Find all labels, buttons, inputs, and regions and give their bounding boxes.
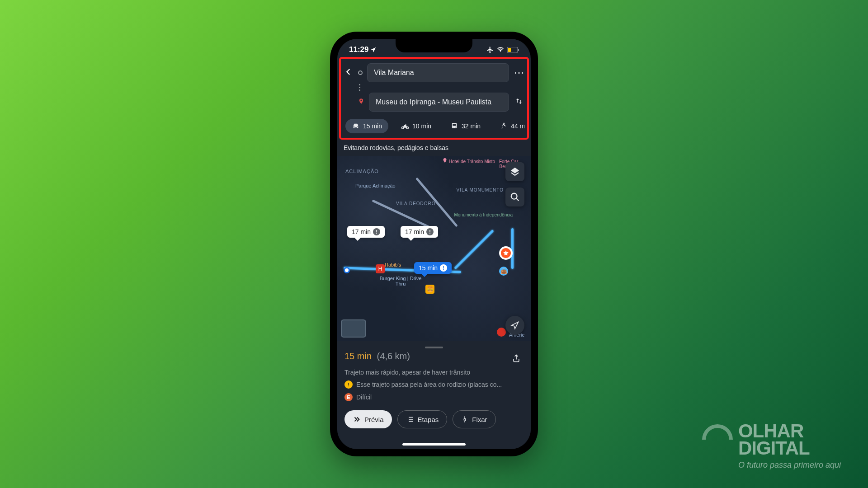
- navigation-icon: [510, 321, 519, 330]
- route-warning-rodizio: ! Esse trajeto passa pela área do rodízi…: [344, 380, 524, 389]
- battery-icon: [507, 47, 519, 53]
- swap-button[interactable]: [514, 97, 524, 107]
- map-area-label: VILA DEODORO: [396, 201, 436, 206]
- warning-icon: !: [426, 228, 434, 235]
- mode-car-time: 15 min: [363, 122, 382, 130]
- route-summary-panel[interactable]: 15 min (4,6 km) Trajeto mais rápido, ape…: [337, 341, 531, 437]
- svg-rect-8: [453, 124, 456, 126]
- chevrons-icon: [353, 415, 361, 423]
- share-button[interactable]: [509, 351, 524, 367]
- map-poi-label: Parque Aclimação: [355, 183, 396, 188]
- route-time-bubble[interactable]: 17 min !: [347, 226, 385, 238]
- wifi-icon: [496, 47, 505, 53]
- svg-point-10: [511, 193, 517, 199]
- motorcycle-icon: [401, 122, 409, 130]
- brand-circle-icon: [696, 418, 739, 461]
- origin-marker-icon: [358, 70, 363, 75]
- parking-badge-icon: E: [344, 393, 353, 401]
- route-description: Trajeto mais rápido, apesar de haver trâ…: [344, 369, 524, 376]
- watermark: OLHAR DIGITAL O futuro passa primeiro aq…: [702, 422, 841, 470]
- poi-shop-icon[interactable]: 👜: [499, 267, 508, 276]
- back-button[interactable]: [344, 67, 354, 79]
- transport-mode-tabs: 15 min 10 min 32 min 44 m: [344, 114, 524, 135]
- search-icon: [510, 192, 520, 202]
- streetview-thumbnail[interactable]: [341, 319, 366, 338]
- origin-marker: [344, 267, 350, 273]
- car-icon: [352, 122, 360, 130]
- route-time-distance: 15 min (4,6 km): [344, 351, 410, 361]
- share-icon: [512, 354, 521, 363]
- preview-button[interactable]: Prévia: [344, 410, 392, 428]
- phone-frame: 11:29 Vila Mariana ⋯: [330, 32, 538, 456]
- mode-transit[interactable]: 32 min: [444, 119, 487, 133]
- route-parking-difficulty: E Difícil: [344, 393, 524, 401]
- origin-input[interactable]: Vila Mariana: [367, 63, 509, 82]
- location-arrow-icon: [370, 47, 377, 53]
- destination-input[interactable]: Museu do Ipiranga - Museu Paulista: [369, 93, 509, 112]
- pin-icon: [461, 416, 468, 423]
- layers-icon: [510, 167, 520, 177]
- route-time-bubble-primary[interactable]: 15 min !: [414, 262, 452, 274]
- layers-button[interactable]: [505, 162, 524, 181]
- svg-point-9: [503, 123, 505, 124]
- mode-motorcycle[interactable]: 10 min: [395, 119, 438, 133]
- svg-point-6: [453, 127, 453, 128]
- status-time: 11:29: [349, 45, 368, 54]
- phone-screen: 11:29 Vila Mariana ⋯: [337, 39, 531, 449]
- mode-walk[interactable]: 44 m: [493, 119, 524, 133]
- poi-store-icon[interactable]: [497, 328, 506, 337]
- airplane-icon: [486, 46, 494, 53]
- route-connector-icon: [358, 84, 361, 91]
- steps-button[interactable]: Etapas: [397, 410, 448, 428]
- mode-walk-time: 44 m: [511, 122, 524, 130]
- map[interactable]: ACLIMAÇÃO VILA MONUMENTO VILA DEODORO Pa…: [337, 156, 531, 341]
- list-icon: [406, 415, 414, 423]
- poi-habibs-icon[interactable]: H: [376, 264, 385, 273]
- map-area-label: ACLIMAÇÃO: [345, 169, 379, 174]
- transit-icon: [450, 122, 458, 130]
- avoiding-text: Evitando rodovias, pedágios e balsas: [337, 140, 531, 156]
- svg-point-7: [455, 127, 456, 128]
- map-poi-label: Habib's: [385, 262, 401, 267]
- warning-badge-icon: !: [344, 380, 353, 389]
- warning-icon: !: [373, 228, 380, 235]
- mode-transit-time: 32 min: [462, 122, 481, 130]
- notch: [396, 39, 472, 52]
- drag-handle[interactable]: [425, 347, 443, 348]
- locate-button[interactable]: [505, 316, 524, 335]
- pin-button[interactable]: Fixar: [453, 410, 495, 428]
- route-time-bubble[interactable]: 17 min !: [401, 226, 438, 238]
- map-area-label: VILA MONUMENTO: [457, 188, 504, 192]
- svg-rect-2: [518, 49, 519, 51]
- map-search-button[interactable]: [505, 188, 524, 206]
- poi-bk-icon[interactable]: 🍔: [425, 285, 434, 294]
- more-options-button[interactable]: ⋯: [514, 67, 524, 79]
- map-poi-label: Burger King | Drive Thru: [378, 276, 423, 286]
- walk-icon: [500, 122, 508, 130]
- destination-marker: [499, 246, 513, 260]
- svg-rect-1: [508, 48, 511, 52]
- warning-icon: !: [440, 264, 447, 272]
- tutorial-highlight: Vila Mariana ⋯ Museu do Ipiranga - Museu…: [339, 57, 529, 140]
- mode-car[interactable]: 15 min: [345, 119, 388, 133]
- destination-pin-icon: [358, 98, 364, 106]
- map-poi-label: Monumento à Independência: [454, 212, 513, 217]
- mode-motorcycle-time: 10 min: [412, 122, 431, 130]
- home-indicator[interactable]: [402, 443, 466, 446]
